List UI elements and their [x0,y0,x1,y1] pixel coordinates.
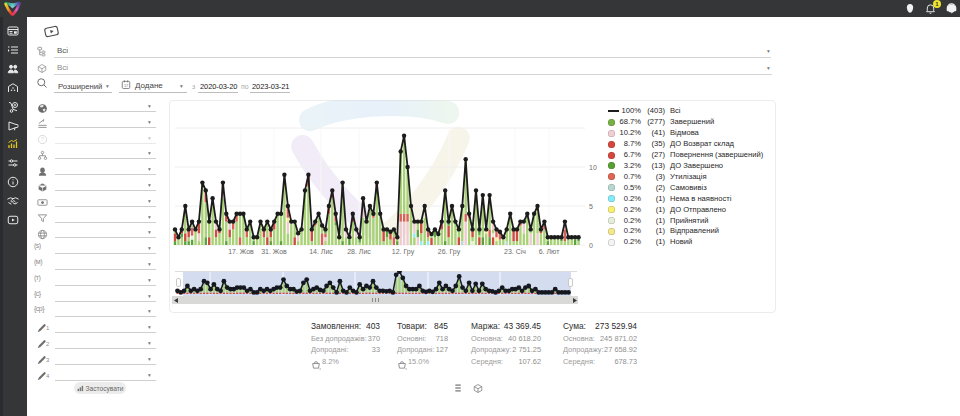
svg-text:x: x [319,366,321,369]
svg-text:28. Лис: 28. Лис [347,248,371,255]
svg-text:0: 0 [589,242,593,249]
svg-text:17. Жов: 17. Жов [228,248,254,255]
svg-text:12. Гру: 12. Гру [392,248,415,256]
svg-text:10: 10 [589,164,597,171]
svg-text:?: ? [41,136,44,142]
svg-text:5: 5 [589,203,593,210]
svg-text:x: x [405,366,407,369]
svg-text:17: 17 [124,84,128,88]
svg-text:6. Лют: 6. Лют [539,248,560,255]
svg-text:23. Січ: 23. Січ [504,248,526,255]
svg-text:14. Лис: 14. Лис [309,248,333,255]
svg-text:26. Гру: 26. Гру [438,248,461,256]
svg-text:31. Жов: 31. Жов [261,248,287,255]
